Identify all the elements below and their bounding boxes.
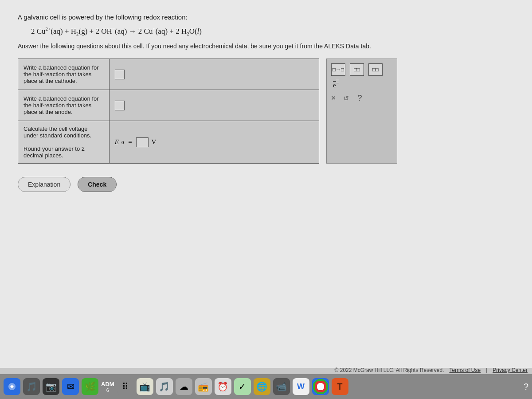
table-row-voltage: Calculate the cell voltage under standar… [18,121,319,164]
taskbar-icon-word[interactable]: W [293,378,309,395]
anode-input-box[interactable] [115,101,125,110]
problem-intro: A galvanic cell is powered by the follow… [18,13,514,21]
arrow-icon[interactable]: □→□ [331,63,345,76]
cathode-input-cell[interactable] [109,59,319,90]
anode-label: Write a balanced equation for the half-r… [18,90,110,121]
terms-link[interactable]: Terms of Use [449,367,481,373]
voltage-equals: = [126,138,133,146]
voltage-superscript: 0 [121,140,124,145]
taskbar-icon-globe[interactable]: 🌐 [254,378,270,395]
taskbar-icon-2[interactable]: 🎵 [23,378,40,395]
taskbar-icon-3[interactable]: 📷 [43,378,59,395]
main-content: A galvanic cell is powered by the follow… [0,0,532,368]
taskbar-icon-7[interactable]: 📻 [195,378,212,395]
check-button[interactable]: Check [78,177,117,192]
subscript-icon[interactable]: □□ [350,63,364,76]
voltage-e-symbol: E [115,138,119,146]
privacy-link[interactable]: Privacy Center [493,367,528,373]
voltage-row-content: E0 = V [115,137,313,147]
taskbar-icon-chrome[interactable] [312,378,329,395]
taskbar-icon-music[interactable]: 🎵 [156,378,173,395]
cathode-label: Write a balanced equation for the half-r… [18,59,110,90]
voltage-label: Calculate the cell voltage under standar… [18,121,110,164]
reaction-equation: 2 Cu2+(aq) + H2(g) + 2 OH−(aq) → 2 Cu+(a… [31,26,514,36]
taskbar-time: ADM [101,381,114,387]
superscript-icon[interactable]: □□ [368,63,383,76]
undo-icon[interactable]: ↺ [343,94,349,102]
taskbar-icon-1[interactable] [4,378,20,395]
taskbar-icon-mail[interactable]: ✉ [62,378,79,395]
taskbar-icon-9[interactable]: ✓ [234,378,251,395]
instruction-text: Answer the following questions about thi… [18,43,514,50]
taskbar: 🎵 📷 ✉ 🌿 ADM 6 ⠿ 📺 🎵 ☁ 📻 ⏰ ✓ 🌐 📹 W T ? [0,374,532,399]
taskbar-icon-6[interactable]: ☁ [176,378,192,395]
taskbar-day: 6 [106,387,109,393]
cathode-input-box[interactable] [115,70,125,79]
voltage-input-cell[interactable]: E0 = V [109,121,319,164]
copyright-text: © 2022 McGraw Hill LLC. All Rights Reser… [335,367,444,373]
taskbar-question-mark[interactable]: ? [524,382,528,392]
taskbar-icon-5[interactable]: ⠿ [117,378,134,395]
bottom-buttons: Explanation Check [18,177,514,192]
electron-symbol: e− [333,80,392,89]
taskbar-date[interactable]: ADM 6 [101,381,114,393]
taskbar-icon-camera[interactable]: 📹 [273,378,290,395]
clear-icon[interactable]: × [331,94,336,103]
help-icon[interactable]: ? [358,94,362,103]
table-row-anode: Write a balanced equation for the half-r… [18,90,319,121]
question-area: Write a balanced equation for the half-r… [18,59,514,164]
footer: © 2022 McGraw Hill LLC. All Rights Reser… [335,367,528,373]
tools-top-row: □→□ □□ □□ [331,63,392,76]
table-row-cathode: Write a balanced equation for the half-r… [18,59,319,90]
taskbar-icon-8[interactable]: ⏰ [215,378,231,395]
explanation-button[interactable]: Explanation [18,177,70,192]
taskbar-icon-tv[interactable]: 📺 [137,378,153,395]
taskbar-icon-4[interactable]: 🌿 [82,378,98,395]
anode-input-cell[interactable] [109,90,319,121]
voltage-input-box[interactable] [136,137,149,147]
question-table: Write a balanced equation for the half-r… [18,59,319,164]
tools-bottom-row: × ↺ ? [331,94,392,103]
taskbar-icon-10[interactable]: T [332,378,348,395]
voltage-unit: V [151,138,156,146]
tools-panel: □→□ □□ □□ e− × ↺ ? [326,59,397,164]
